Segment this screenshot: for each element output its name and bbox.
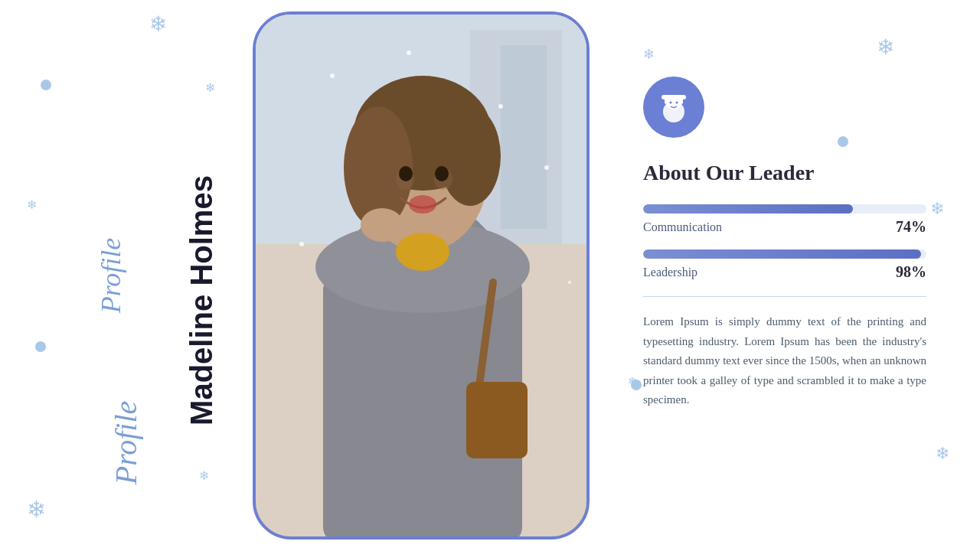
dot-1 [41, 80, 51, 90]
svg-point-15 [409, 195, 436, 214]
section-title: About Our Leader [643, 161, 926, 185]
skill-bar-bg-communication [643, 204, 926, 214]
snowflake-5: ❄ [930, 199, 944, 219]
profile-italic-text: Profile [108, 401, 144, 485]
svg-point-24 [544, 165, 549, 170]
snowflake-8: ❄ [936, 444, 949, 464]
svg-point-31 [670, 102, 672, 104]
skill-communication: Communication 74% [643, 204, 926, 236]
divider [643, 296, 926, 297]
svg-point-19 [396, 233, 449, 271]
skill-leadership: Leadership 98% [643, 249, 926, 281]
right-panel: About Our Leader Communication 74% Leade… [643, 77, 926, 410]
svg-point-20 [361, 208, 403, 242]
svg-rect-30 [662, 95, 686, 99]
snowflake-2: ❄ [643, 46, 655, 63]
svg-point-16 [399, 166, 413, 181]
svg-point-17 [435, 166, 449, 181]
skill-pct-communication: 74% [896, 218, 926, 236]
left-column: Madeline Holmes Profile [57, 0, 211, 551]
svg-point-22 [498, 104, 503, 109]
snowflake-6: ❄ [27, 197, 37, 212]
person-svg [256, 15, 590, 540]
svg-point-12 [439, 106, 501, 206]
photo-background [256, 15, 586, 536]
svg-point-32 [676, 102, 678, 104]
name-text: Madeline Holmes [185, 175, 219, 425]
dot-2 [35, 341, 46, 352]
svg-rect-18 [466, 382, 528, 458]
svg-point-25 [299, 242, 304, 246]
svg-point-23 [407, 51, 411, 55]
skill-bar-bg-leadership [643, 249, 926, 259]
snowflake-3: ❄ [877, 34, 894, 60]
svg-point-21 [330, 73, 335, 78]
skill-meta-communication: Communication 74% [643, 218, 926, 236]
skill-name-leadership: Leadership [643, 266, 697, 279]
skill-pct-leadership: 98% [896, 263, 926, 281]
dot-4 [631, 380, 642, 390]
description: Lorem Ipsum is simply dummy text of the … [643, 312, 926, 410]
snowflake-9: ❄ [27, 496, 46, 523]
skill-bar-fill-communication [643, 204, 853, 214]
skill-name-communication: Communication [643, 220, 722, 234]
skill-meta-leadership: Leadership 98% [643, 263, 926, 281]
avatar [643, 77, 704, 138]
photo-frame [253, 11, 590, 540]
skill-bar-fill-leadership [643, 249, 921, 259]
snowflake-7: ❄ [628, 375, 637, 388]
avatar-icon [654, 87, 694, 127]
svg-point-26 [568, 281, 571, 284]
